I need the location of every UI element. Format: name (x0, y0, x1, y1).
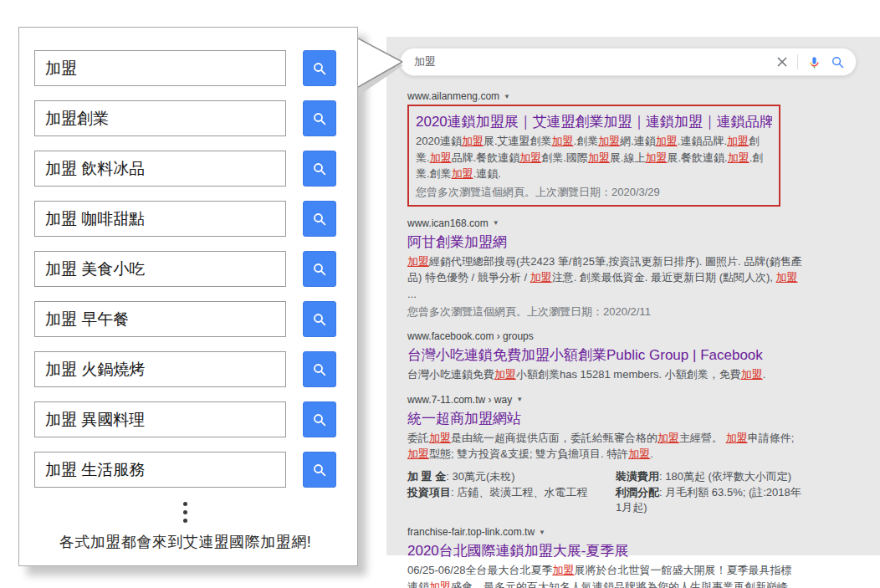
highlighted-keyword: 加盟 (628, 447, 650, 460)
result-title[interactable]: 2020台北國際連鎖加盟大展-夏季展 (407, 541, 802, 560)
result-breadcrumb[interactable]: www.ican168.com▼ (407, 217, 499, 229)
highlighted-keyword: 加盟 (452, 167, 473, 180)
query-list (34, 50, 336, 488)
url-dropdown-icon[interactable]: ▼ (539, 529, 545, 536)
row-search-button[interactable] (303, 151, 336, 187)
highlighted-keyword: 加盟 (519, 151, 541, 164)
query-input[interactable] (34, 50, 286, 86)
url-dropdown-icon[interactable]: ▼ (504, 93, 510, 100)
result-snippet: 加盟經銷代理總部搜尋(共2423 筆/前25筆,按資訊更新日排序). 圖照片. … (407, 253, 802, 303)
result-breadcrumb[interactable]: www.ailanmeng.com▼ (407, 90, 510, 102)
result-breadcrumb[interactable]: www.facebook.com › groups (407, 330, 534, 342)
query-input[interactable] (34, 100, 286, 136)
url-dropdown-icon[interactable]: ▼ (516, 396, 523, 403)
highlighted-keyword: 加盟 (657, 432, 679, 444)
query-panel: 各式加盟都會來到艾連盟國際加盟網! (18, 27, 358, 566)
mic-icon[interactable] (807, 55, 821, 69)
field-label: 裝潢費用 (616, 470, 659, 483)
breadcrumb-text: www.ican168.com (407, 217, 489, 229)
highlighted-keyword: 加盟 (430, 151, 452, 164)
callout-pointer-icon (358, 30, 408, 99)
result-snippet: 2020連鎖加盟展.艾連盟創業加盟.創業加盟網.連鎖加盟.連鎖品牌.加盟創業.加… (416, 133, 772, 182)
highlighted-keyword: 加盟 (741, 368, 763, 381)
row-search-button[interactable] (303, 452, 336, 488)
highlighted-keyword: 加盟 (552, 135, 574, 147)
highlighted-keyword: 加盟 (429, 580, 451, 588)
query-input[interactable] (34, 301, 286, 337)
query-input[interactable] (34, 351, 286, 387)
search-bar-icons (776, 54, 845, 69)
search-results-screenshot: 加盟 (386, 37, 880, 555)
url-dropdown-icon[interactable]: ▼ (493, 219, 499, 227)
result-breadcrumb[interactable]: www.7-11.com.tw › way▼ (407, 394, 523, 406)
field-cell: 利潤分配: 月毛利額 63.5%; (註:2018年1月起) (616, 485, 802, 515)
query-input[interactable] (34, 251, 286, 287)
breadcrumb-text: www.ailanmeng.com (407, 90, 499, 102)
search-query-text: 加盟 (414, 54, 776, 69)
row-search-button[interactable] (303, 251, 336, 287)
highlighted-keyword: 加盟 (776, 271, 798, 284)
ellipsis-dot (183, 519, 187, 523)
highlighted-keyword: 加盟 (727, 135, 749, 147)
search-bar[interactable]: 加盟 (400, 48, 857, 76)
visited-info: 您曾多次瀏覽這個網頁。上次瀏覽日期：2020/3/29 (416, 185, 772, 200)
breadcrumb-text: franchise-fair.top-link.com.tw (407, 526, 535, 538)
query-row (34, 351, 336, 387)
query-input[interactable] (34, 151, 286, 187)
search-bar-divider (797, 54, 798, 69)
query-input[interactable] (34, 401, 286, 437)
result-title[interactable]: 台灣小吃連鎖免費加盟小額創業Public Group | Facebook (407, 345, 802, 365)
query-row (34, 251, 336, 287)
breadcrumb-text: www.facebook.com › groups (407, 330, 534, 342)
query-row (34, 50, 336, 86)
query-row (34, 452, 336, 488)
annotation-box: 2020連鎖加盟展｜艾連盟創業加盟｜連鎖加盟｜連鎖品牌 ...2020連鎖加盟展… (407, 105, 780, 207)
row-search-button[interactable] (303, 401, 336, 437)
breadcrumb-text: www.7-11.com.tw › way (407, 394, 512, 406)
query-row (34, 401, 336, 437)
highlighted-keyword: 加盟 (407, 447, 429, 460)
highlighted-keyword: 加盟 (530, 271, 552, 284)
search-icon[interactable] (831, 55, 845, 69)
panel-caption: 各式加盟都會來到艾連盟國際加盟網! (34, 532, 336, 552)
ellipsis-dot (183, 510, 187, 514)
field-label: 加 盟 金 (407, 470, 446, 483)
field-cell: 加 盟 金: 30萬元(未稅) (407, 469, 612, 484)
results-list: www.ailanmeng.com▼2020連鎖加盟展｜艾連盟創業加盟｜連鎖加盟… (386, 76, 880, 588)
highlighted-keyword: 加盟 (656, 135, 678, 147)
result-title[interactable]: 阿甘創業加盟網 (407, 233, 802, 252)
row-search-button[interactable] (303, 301, 336, 337)
result-breadcrumb[interactable]: franchise-fair.top-link.com.tw▼ (407, 526, 545, 538)
row-search-button[interactable] (303, 50, 336, 86)
query-row (34, 301, 336, 337)
result-snippet: 委託加盟是由統一超商提供店面，委託給甄審合格的加盟主經營。 加盟申請條件; 加盟… (407, 430, 802, 463)
highlighted-keyword: 加盟 (588, 151, 610, 164)
highlighted-keyword: 加盟 (552, 564, 574, 576)
result-snippet: 06/25-06/28全台最大台北夏季加盟展將於台北世貿一館盛大開展！夏季最具指… (407, 562, 802, 588)
search-result: www.ican168.com▼阿甘創業加盟網加盟經銷代理總部搜尋(共2423 … (407, 217, 802, 320)
highlighted-keyword: 加盟 (728, 151, 750, 164)
vertical-ellipsis (34, 502, 336, 523)
query-row (34, 201, 336, 237)
row-search-button[interactable] (303, 201, 336, 237)
search-result: www.facebook.com › groups台灣小吃連鎖免費加盟小額創業P… (407, 330, 802, 383)
highlighted-keyword: 加盟 (726, 432, 748, 444)
query-row (34, 100, 336, 136)
result-title[interactable]: 統一超商加盟網站 (407, 409, 802, 428)
query-input[interactable] (34, 452, 286, 488)
result-title[interactable]: 2020連鎖加盟展｜艾連盟創業加盟｜連鎖加盟｜連鎖品牌 ... (416, 112, 772, 131)
highlighted-keyword: 加盟 (494, 368, 516, 381)
highlighted-keyword: 加盟 (407, 255, 429, 268)
field-cell: 投資項目: 店鋪、裝潢工程、水電工程 (407, 485, 612, 515)
query-input[interactable] (34, 201, 286, 237)
highlighted-keyword: 加盟 (646, 151, 668, 164)
field-label: 投資項目 (407, 486, 451, 499)
field-cell: 裝潢費用: 180萬起 (依坪數大小而定) (616, 469, 802, 484)
clear-icon[interactable] (776, 56, 788, 68)
field-label: 利潤分配 (616, 486, 659, 499)
highlighted-keyword: 加盟 (429, 432, 451, 444)
row-search-button[interactable] (303, 100, 336, 136)
row-search-button[interactable] (303, 351, 336, 387)
query-row (34, 151, 336, 187)
page: 各式加盟都會來到艾連盟國際加盟網! 加盟 (0, 0, 880, 588)
